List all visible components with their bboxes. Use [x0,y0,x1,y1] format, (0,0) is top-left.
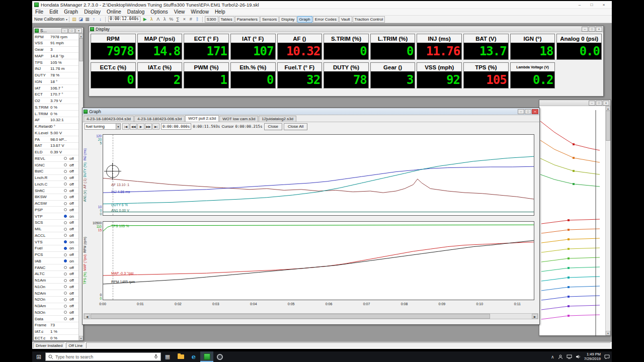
lambda-target-icon[interactable]: λ [162,16,168,22]
table-scrollbar[interactable]: ▲ ▼ [605,106,610,335]
mode-button-error-codes[interactable]: Error Codes [313,16,339,23]
percent-icon[interactable]: % [168,16,175,22]
menu-display[interactable]: Display [81,9,104,15]
transport-button-3[interactable]: ▶▶ [145,123,152,130]
table-point-marker[interactable] [568,315,570,317]
transport-button-0[interactable]: |◀ [122,123,129,130]
sensor-row-fuel[interactable]: Fuelon [34,245,78,252]
sensor-row-k-level[interactable]: K.Level5.00 V [34,130,78,136]
sensor-row-accl[interactable]: ACCLoff [34,232,78,239]
display-maximize-button[interactable]: □ [589,27,595,32]
sensor-row-n1am[interactable]: N1Amoff [34,278,78,284]
table-point-marker[interactable] [573,143,575,145]
scrollbar-thumb[interactable] [79,38,83,61]
sensor-row-rpm[interactable]: RPM7978 rpm [34,34,78,40]
menu-edit[interactable]: Edit [46,9,61,15]
edge-button[interactable]: e [187,351,200,362]
download-icon[interactable]: ↓ [97,16,104,22]
microphone-icon[interactable] [154,354,158,359]
datalog-tab-4-23-18-180423-006-s3d[interactable]: 4-23-18-180423-006.s3d [134,116,185,122]
sensor-row-ect-c[interactable]: ECT.c0 % [34,335,78,340]
sensor-row-map[interactable]: MAP14.8 "/p [34,53,78,59]
sensor-row-iab[interactable]: IABon [34,258,78,264]
sensor-row-vtp[interactable]: VTPon [34,213,78,220]
graph-preset-select[interactable]: fuel tuning ▼ [85,123,121,130]
table-point-marker[interactable] [568,296,570,298]
graph-minimize-button[interactable]: – [518,109,524,114]
sensor-row-o2[interactable]: O23.79 V [34,98,78,105]
transport-button-4[interactable]: ▶| [152,123,159,130]
sensor-row-acsw[interactable]: ACSWoff [34,201,78,207]
mode-button-display[interactable]: Display [279,16,296,23]
mode-button-tables[interactable]: Tables [219,16,234,23]
sensor-row-scs[interactable]: SCSoff [34,220,78,226]
sensor-row-psp[interactable]: PSPoff [34,207,78,213]
mode-button-s300[interactable]: S300 [205,16,218,23]
table-maximize-button[interactable]: □ [596,101,602,106]
sensor-row-inj[interactable]: INJ11.76 m [34,66,78,72]
sensor-row-vss[interactable]: VSS91 mph [34,40,78,47]
sensor-row-data[interactable]: Dataoff [34,316,78,322]
lambda-icon[interactable]: λ [148,16,155,22]
minimize-button[interactable]: – [574,2,586,8]
mode-button-vault[interactable]: Vault [339,16,352,23]
sensor-maximize-button[interactable]: □ [68,28,75,33]
sensor-row-pcs[interactable]: PCSoff [34,252,78,258]
table-point-marker[interactable] [573,183,575,185]
task-view-button[interactable]: ▦ [161,351,174,362]
table-point-marker[interactable] [568,305,570,307]
menu-view[interactable]: View [171,9,188,15]
scroll-down-icon[interactable]: ▼ [606,331,610,335]
titlebar[interactable]: Hondata SManager 2.7.3.0 - Z:\Desktop\Wi… [32,1,612,9]
new-calibration-button[interactable]: New Calibration [33,17,65,22]
file-explorer-button[interactable] [174,351,187,362]
grid-icon[interactable]: # [188,16,194,22]
graph-maximize-button[interactable]: □ [525,109,531,114]
notification-center-icon[interactable] [604,354,610,359]
sensor-row-frame[interactable]: Frame73 [34,322,78,329]
mode-button-parameters[interactable]: Parameters [235,16,260,23]
start-button[interactable]: ⊞ [32,351,45,362]
menu-options[interactable]: Options [147,9,171,15]
taskbar-clock[interactable]: 1:49 PM 7/29/2019 [584,352,601,361]
sensor-row-n1on[interactable]: N1Onoff [34,284,78,290]
close-all-datalogs-button[interactable]: Close All [284,123,307,130]
top-plot-panel[interactable]: AF 13.10 :1INJ 4.86 msDUTY 6 %AN1 0.00 V [103,134,534,216]
table-point-marker[interactable] [568,286,570,288]
bluetooth-icon[interactable]: ᛒ [194,16,201,22]
save-icon[interactable]: ◪ [77,16,84,22]
sensor-row-mil[interactable]: MILoff [34,226,78,233]
sensor-row-altc[interactable]: ALTCoff [34,271,78,278]
table-point-marker[interactable] [573,157,575,159]
sensor-row-s-trim[interactable]: S.TRIM0 % [34,104,78,111]
table-point-marker[interactable] [568,238,570,240]
menu-window[interactable]: Window [188,9,212,15]
sensor-row-shftc[interactable]: ShftCoff [34,188,78,194]
sensor-row-bksw[interactable]: BKSWoff [34,194,78,201]
sensor-row-n2am[interactable]: N2Amoff [34,290,78,297]
menu-help[interactable]: Help [212,9,228,15]
play-icon[interactable]: ▶ [142,16,148,22]
sum-icon[interactable]: ∑ [175,16,181,22]
graph-close-button[interactable]: × [532,109,538,114]
scroll-right-icon[interactable]: ▶ [532,314,538,319]
network-icon[interactable] [567,354,572,359]
bottom-plot-panel[interactable]: TPS 105 %MAP -0.3 "/psiRPM 1485 rpm [103,221,534,300]
sensor-row-fanc[interactable]: FANCoff [34,264,78,271]
volume-icon[interactable] [576,354,581,359]
upload-icon[interactable]: ↑ [91,16,97,22]
graph-cursor[interactable] [113,222,113,300]
scroll-down-icon[interactable]: ▼ [79,336,83,340]
sensor-row-tps[interactable]: TPS105 % [34,59,78,66]
people-icon[interactable] [558,354,563,359]
datalog-tab-wot-low-cam-s3d[interactable]: WOT low cam.s3d [219,116,258,122]
datalog-taskbar-button[interactable] [213,351,226,362]
close-datalog-button[interactable]: Close [264,123,282,130]
scroll-left-icon[interactable]: ◀ [84,314,90,319]
tray-expand-icon[interactable]: ∧ [551,354,554,359]
mode-button-sensors[interactable]: Sensors [260,16,279,23]
close-button[interactable]: × [598,2,610,8]
lambda-peak-icon[interactable]: Λ [155,16,162,22]
table-point-marker[interactable] [568,248,570,250]
playback-time-field[interactable]: 0:00:00.000s [161,123,191,130]
